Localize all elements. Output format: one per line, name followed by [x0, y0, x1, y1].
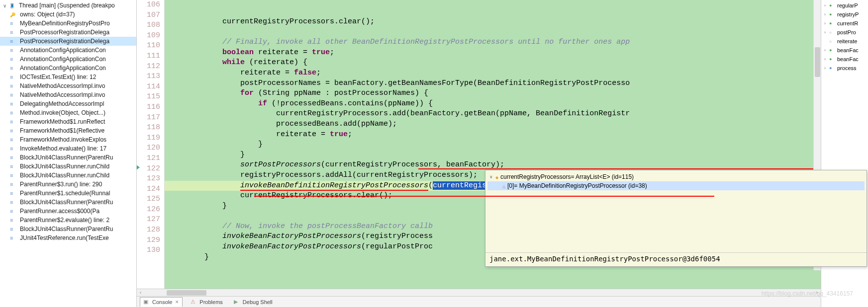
stack-frame[interactable]: FrameworkMethod$1(Reflective: [0, 126, 136, 135]
stack-frame[interactable]: BlockJUnit4ClassRunner(ParentRu: [0, 153, 136, 162]
stack-frame-icon: [10, 91, 18, 98]
stack-frame[interactable]: BlockJUnit4ClassRunner(ParentRu: [0, 225, 136, 233]
code-line[interactable]: }: [165, 140, 821, 150]
stack-frame[interactable]: FrameworkMethod.invokeExplos: [0, 135, 136, 144]
thread-node[interactable]: ∨ Thread [main] (Suspended (breakpo: [0, 1, 136, 10]
line-number[interactable]: 106: [137, 0, 160, 10]
outline-item[interactable]: reiterate: [821, 37, 868, 46]
line-number[interactable]: 128: [137, 225, 160, 235]
stack-frame[interactable]: FrameworkMethod$1.runReflect: [0, 117, 136, 126]
annotation-underline: [418, 168, 821, 169]
line-number[interactable]: 113: [137, 72, 160, 82]
stack-frame[interactable]: PostProcessorRegistrationDelega: [0, 28, 136, 37]
close-icon[interactable]: ✕: [175, 300, 179, 305]
variable-hover-popup[interactable]: ∨ currentRegistryProcessors= ArrayList<E…: [485, 170, 867, 267]
code-line[interactable]: }: [165, 150, 821, 160]
stack-frame[interactable]: JUnit4TestReference.run(TestExe: [0, 233, 136, 242]
code-line[interactable]: // Finally, invoke all other BeanDefinit…: [165, 37, 821, 48]
tab-console[interactable]: Console ✕: [140, 297, 183, 307]
code-line[interactable]: currentRegistryProcessors.add(beanFactor…: [165, 109, 821, 119]
popup-tree[interactable]: ∨ currentRegistryProcessors= ArrayList<E…: [485, 170, 867, 252]
line-number-gutter[interactable]: 1061071081091101111121131141151161171181…: [137, 0, 165, 289]
code-line[interactable]: [165, 27, 821, 38]
stack-frame[interactable]: BlockJUnit4ClassRunner(ParentRu: [0, 198, 136, 207]
line-number[interactable]: 130: [137, 245, 160, 256]
line-number[interactable]: 124: [137, 184, 160, 195]
line-number[interactable]: 123: [137, 174, 160, 184]
outline-item[interactable]: ›beanFac: [821, 55, 868, 64]
debug-stack-panel[interactable]: ∨ Thread [main] (Suspended (breakpo owns…: [0, 0, 137, 307]
stack-frame[interactable]: DelegatingMethodAccessorImpl: [0, 99, 136, 108]
stack-frame[interactable]: MyBeanDefinitionRegistryPostPro: [0, 19, 136, 28]
stack-frame[interactable]: BlockJUnit4ClassRunner.runChild: [0, 171, 136, 180]
line-number[interactable]: 114: [137, 82, 160, 92]
line-number[interactable]: 111: [137, 51, 160, 62]
line-number[interactable]: 110: [137, 41, 160, 51]
line-number[interactable]: 120: [137, 143, 160, 154]
code-line[interactable]: postProcessorNames = beanFactory.getBean…: [165, 78, 821, 89]
code-line[interactable]: reiterate = true;: [165, 130, 821, 140]
stack-frame[interactable]: AnnotationConfigApplicationCon: [0, 46, 136, 55]
console-icon: [143, 299, 150, 306]
code-line[interactable]: while (reiterate) {: [165, 58, 821, 68]
line-number[interactable]: 107: [137, 10, 160, 21]
line-number[interactable]: 115: [137, 92, 160, 102]
line-number[interactable]: 118: [137, 123, 160, 133]
stack-frame[interactable]: InvokeMethod.evaluate() line: 17: [0, 144, 136, 153]
stack-frame-label: Method.invoke(Object, Object...): [20, 109, 105, 116]
stack-frame-label: BlockJUnit4ClassRunner(ParentRu: [20, 199, 113, 206]
stack-frame[interactable]: NativeMethodAccessorImpl.invo: [0, 81, 136, 90]
stack-frame[interactable]: ParentRunner$1.schedule(Runnal: [0, 189, 136, 198]
horizontal-scroll-thumb[interactable]: [167, 290, 206, 296]
stack-frame[interactable]: PostProcessorRegistrationDelega: [0, 37, 136, 46]
scroll-left-icon[interactable]: ‹: [137, 289, 144, 297]
code-line[interactable]: if (!processedBeans.contains(ppName)) {: [165, 99, 821, 109]
field-icon: [829, 11, 836, 18]
code-line[interactable]: boolean reiterate = true;: [165, 48, 821, 58]
line-number[interactable]: 116: [137, 102, 160, 113]
stack-frame[interactable]: BlockJUnit4ClassRunner.runChild: [0, 162, 136, 171]
code-line[interactable]: reiterate = false;: [165, 68, 821, 78]
code-line[interactable]: processedBeans.add(ppName);: [165, 119, 821, 130]
line-number[interactable]: 122: [137, 164, 160, 174]
popup-element-row[interactable]: [0]= MyBeanDefinitionRegistryPostProcess…: [487, 181, 865, 190]
outline-item[interactable]: ›currentR: [821, 19, 868, 28]
stack-frame[interactable]: NativeMethodAccessorImpl.invo: [0, 90, 136, 99]
stack-frame-label: InvokeMethod.evaluate() line: 17: [20, 145, 106, 152]
line-number[interactable]: 125: [137, 194, 160, 205]
line-number[interactable]: 127: [137, 215, 160, 225]
code-line[interactable]: for (String ppName : postProcessorNames)…: [165, 88, 821, 99]
line-number[interactable]: 119: [137, 133, 160, 144]
outline-item[interactable]: ›postPro: [821, 28, 868, 37]
tab-problems[interactable]: Problems: [188, 298, 225, 307]
tab-debug-shell[interactable]: Debug Shell: [231, 298, 276, 307]
outline-item[interactable]: ›regularP: [821, 1, 868, 10]
stack-frame[interactable]: IOCTestExt.TestExt() line: 12: [0, 73, 136, 81]
stack-frame[interactable]: AnnotationConfigApplicationCon: [0, 64, 136, 73]
line-number[interactable]: 126: [137, 205, 160, 215]
line-number[interactable]: 112: [137, 62, 160, 72]
element-icon: [502, 182, 507, 189]
stack-frame[interactable]: ParentRunner$3.run() line: 290: [0, 180, 136, 189]
popup-variable-row[interactable]: ∨ currentRegistryProcessors= ArrayList<E…: [487, 172, 865, 181]
stack-frame-icon: [10, 136, 18, 143]
line-number[interactable]: 129: [137, 235, 160, 246]
stack-frame[interactable]: ParentRunner.access$000(Pa: [0, 207, 136, 216]
stack-frame[interactable]: AnnotationConfigApplicationCon: [0, 55, 136, 64]
line-number[interactable]: 117: [137, 113, 160, 123]
outline-item[interactable]: ›registryP: [821, 10, 868, 19]
line-number[interactable]: 108: [137, 20, 160, 31]
code-line[interactable]: currentRegistryProcessors.clear();: [165, 17, 821, 27]
vertical-scroll-thumb[interactable]: [815, 47, 820, 77]
outline-item[interactable]: ›beanFac: [821, 46, 868, 55]
horizontal-scrollbar[interactable]: ‹ ›: [137, 289, 821, 296]
owns-node[interactable]: owns: Object (id=37): [0, 10, 136, 19]
localvar-icon: [829, 38, 836, 45]
outline-item[interactable]: ›process: [821, 64, 868, 73]
line-number[interactable]: 109: [137, 31, 160, 41]
line-number[interactable]: 121: [137, 154, 160, 164]
stack-frame-label: BlockJUnit4ClassRunner(ParentRu: [20, 226, 113, 232]
stack-frame[interactable]: ParentRunner$2.evaluate() line: 2: [0, 216, 136, 225]
stack-frame-icon: [10, 199, 18, 206]
stack-frame[interactable]: Method.invoke(Object, Object...): [0, 108, 136, 117]
